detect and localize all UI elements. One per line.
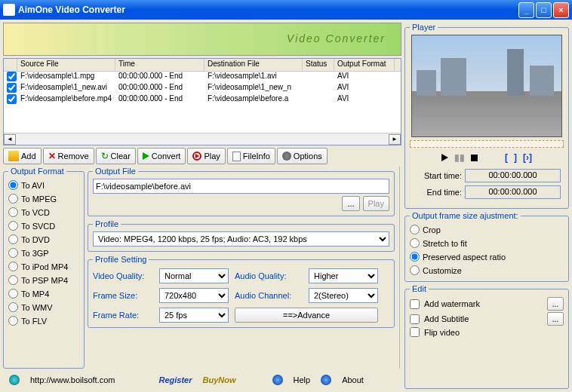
format-radio[interactable] xyxy=(8,194,18,204)
format-radio[interactable] xyxy=(8,180,18,190)
table-row[interactable]: F:\videosample\1_new.avi00:00:00.000 - E… xyxy=(4,83,401,94)
watermark-browse-button[interactable]: ... xyxy=(547,297,564,311)
format-to-mpeg[interactable]: To MPEG xyxy=(8,194,79,204)
subtitle-checkbox[interactable] xyxy=(410,314,420,324)
gear-icon xyxy=(282,152,291,161)
options-button[interactable]: Options xyxy=(277,148,328,164)
help-link[interactable]: Help xyxy=(294,375,311,384)
ofs-preserved-aspect-ratio[interactable]: Preserved aspect ratio xyxy=(410,252,564,262)
col-time[interactable]: Time xyxy=(115,59,205,71)
website-link[interactable]: http://www.boilsoft.com xyxy=(30,375,115,384)
format-radio[interactable] xyxy=(8,207,18,217)
flip-label: Flip video xyxy=(424,328,460,337)
row-checkbox[interactable] xyxy=(7,72,17,81)
watermark-checkbox[interactable] xyxy=(410,299,420,309)
ofs-radio[interactable] xyxy=(410,238,420,248)
row-checkbox[interactable] xyxy=(7,94,17,104)
format-to-avi[interactable]: To AVI xyxy=(8,180,79,190)
profile-select[interactable]: Video: MPEG4, 1200 kbps, 25 fps; Audio: … xyxy=(93,231,389,247)
play-button[interactable]: Play xyxy=(187,148,225,164)
video-quality-label: Video Quality: xyxy=(93,271,153,280)
document-icon xyxy=(232,152,241,161)
ofs-customize[interactable]: Customize xyxy=(410,265,564,275)
clear-button[interactable]: ↻Clear xyxy=(96,148,136,164)
app-icon xyxy=(3,4,15,16)
output-file-input[interactable] xyxy=(93,179,389,194)
scroll-left-icon[interactable]: ◄ xyxy=(4,134,16,145)
title-bar: AimOne Video Converter _ □ × xyxy=(0,0,572,20)
ofs-crop[interactable]: Crop xyxy=(410,225,564,234)
format-radio[interactable] xyxy=(8,234,18,244)
play-circle-icon xyxy=(192,152,201,161)
horizontal-scrollbar[interactable]: ◄ ► xyxy=(4,133,401,145)
format-to-mp4[interactable]: To MP4 xyxy=(8,289,79,299)
format-to-flv[interactable]: To FLV xyxy=(8,316,79,326)
maximize-button[interactable]: □ xyxy=(536,2,552,18)
profile-legend: Profile xyxy=(93,219,121,228)
subtitle-browse-button[interactable]: ... xyxy=(547,312,564,326)
video-quality-select[interactable]: Normal xyxy=(159,268,229,283)
format-to-ipod-mp4[interactable]: To iPod MP4 xyxy=(8,262,79,271)
ofs-radio[interactable] xyxy=(410,252,420,262)
ofs-radio[interactable] xyxy=(410,225,420,234)
player-pause-icon[interactable]: ▮▮ xyxy=(454,152,465,163)
add-button[interactable]: Add xyxy=(3,148,42,164)
format-to-3gp[interactable]: To 3GP xyxy=(8,248,79,258)
format-to-vcd[interactable]: To VCD xyxy=(8,207,79,217)
flip-checkbox[interactable] xyxy=(410,327,420,337)
format-to-wmv[interactable]: To WMV xyxy=(8,302,79,312)
format-radio[interactable] xyxy=(8,289,18,299)
format-radio[interactable] xyxy=(8,302,18,312)
format-radio[interactable] xyxy=(8,316,18,326)
frame-size-select[interactable]: 720x480 xyxy=(159,288,229,303)
browse-button[interactable]: ... xyxy=(342,196,359,211)
bracket-close-icon[interactable]: ] xyxy=(514,152,517,163)
output-play-button[interactable]: Play xyxy=(363,196,389,211)
advance-button[interactable]: ==>Advance xyxy=(235,308,378,323)
convert-button[interactable]: Convert xyxy=(137,148,186,164)
minimize-button[interactable]: _ xyxy=(518,2,534,18)
audio-channel-select[interactable]: 2(Stereo) xyxy=(309,288,378,303)
frame-rate-select[interactable]: 25 fps xyxy=(159,308,229,323)
player-stop-icon[interactable] xyxy=(471,155,478,161)
close-button[interactable]: × xyxy=(553,2,569,18)
format-radio[interactable] xyxy=(8,248,18,258)
col-dest[interactable]: Destination File xyxy=(205,59,303,71)
register-link[interactable]: Register xyxy=(159,375,192,384)
ofs-radio[interactable] xyxy=(410,265,420,275)
start-time-value[interactable]: 00:00:00.000 xyxy=(465,169,561,182)
end-time-value[interactable]: 00:00:00.000 xyxy=(465,185,561,199)
table-row[interactable]: F:\videosample\before.mp400:00:00.000 - … xyxy=(4,94,401,106)
about-link[interactable]: About xyxy=(342,375,364,384)
col-status[interactable]: Status xyxy=(303,59,334,71)
bracket-next-icon[interactable]: [›] xyxy=(523,152,532,163)
col-format[interactable]: Output Format xyxy=(334,59,395,71)
format-to-dvd[interactable]: To DVD xyxy=(8,234,79,244)
window-title: AimOne Video Converter xyxy=(18,5,517,15)
format-to-svcd[interactable]: To SVCD xyxy=(8,221,79,231)
info-icon xyxy=(321,375,331,385)
format-to-psp-mp4[interactable]: To PSP MP4 xyxy=(8,275,79,285)
scroll-right-icon[interactable]: ► xyxy=(389,134,401,145)
format-radio[interactable] xyxy=(8,275,18,285)
format-radio[interactable] xyxy=(8,262,18,271)
col-source[interactable]: Source File xyxy=(17,59,115,71)
format-radio[interactable] xyxy=(8,221,18,231)
ofs-stretch-to-fit[interactable]: Stretch to fit xyxy=(410,238,564,248)
edit-panel: Edit Add watermark... Add Subtitle... Fl… xyxy=(404,284,569,389)
seek-bar[interactable] xyxy=(410,140,564,148)
bracket-open-icon[interactable]: [ xyxy=(505,152,508,163)
buynow-link[interactable]: BuyNow xyxy=(203,375,236,384)
play-icon xyxy=(143,152,149,160)
audio-quality-select[interactable]: Higher xyxy=(309,268,378,283)
fileinfo-button[interactable]: FileInfo xyxy=(227,148,275,164)
audio-channel-label: Audio Channel: xyxy=(235,291,303,300)
remove-button[interactable]: ✕Remove xyxy=(43,148,94,164)
player-play-icon[interactable] xyxy=(441,154,448,161)
profile-panel: Profile Video: MPEG4, 1200 kbps, 25 fps;… xyxy=(88,219,395,252)
output-file-panel: Output File ... Play xyxy=(88,167,395,216)
row-checkbox[interactable] xyxy=(7,83,17,93)
table-row[interactable]: F:\videosample\1.mpg00:00:00.000 - EndF:… xyxy=(4,72,401,83)
video-preview[interactable] xyxy=(411,35,562,137)
end-time-label: End time: xyxy=(413,188,462,197)
